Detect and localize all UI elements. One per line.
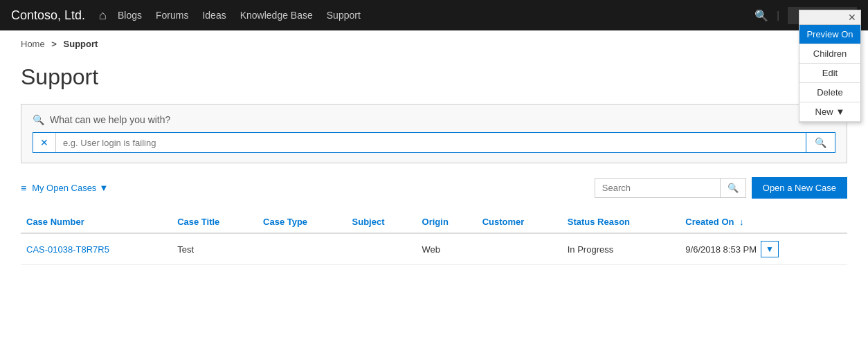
breadcrumb-home[interactable]: Home <box>21 39 45 49</box>
case-search-box: 🔍 <box>595 178 746 198</box>
my-open-cases-dropdown[interactable]: ≡ My Open Cases ▼ <box>21 183 108 194</box>
table-row: CAS-01038-T8R7R5TestWebIn Progress9/6/20… <box>21 233 847 265</box>
panel-children-button[interactable]: Children <box>799 44 860 64</box>
cell-case-number: CAS-01038-T8R7R5 <box>21 233 172 265</box>
breadcrumb: Home > Support <box>0 30 868 57</box>
panel-new-label: New <box>815 107 833 117</box>
nav-knowledge-base[interactable]: Knowledge Base <box>240 10 313 21</box>
cases-toolbar: ≡ My Open Cases ▼ 🔍 Open a New Case <box>21 177 847 199</box>
floating-panel: ✕ Preview On Children Edit Delete New ▼ <box>799 10 861 122</box>
nav-blogs[interactable]: Blogs <box>118 10 142 21</box>
help-search-bar: 🔍 What can we help you with? <box>33 114 835 125</box>
col-status-reason: Status Reason <box>562 210 680 233</box>
cases-table-header: Case Number Case Title Case Type Subject… <box>21 210 847 233</box>
cell-case-title: Test <box>172 233 257 265</box>
col-customer: Customer <box>477 210 562 233</box>
created-on-cell: 9/6/2018 8:53 PM▼ <box>685 241 842 257</box>
help-search-input-row: ✕ 🔍 <box>33 132 835 153</box>
col-case-number: Case Number <box>21 210 172 233</box>
case-number-link[interactable]: CAS-01038-T8R7R5 <box>26 244 109 255</box>
my-open-cases-label: My Open Cases <box>32 183 96 193</box>
brand-title: Contoso, Ltd. <box>11 8 85 23</box>
top-nav: Contoso, Ltd. ⌂ Blogs Forums Ideas Knowl… <box>0 0 868 30</box>
cell-case-type <box>257 233 347 265</box>
panel-new-dropdown-icon: ▼ <box>836 107 845 117</box>
help-search-container: 🔍 What can we help you with? ✕ 🔍 <box>21 104 847 163</box>
help-search-icon: 🔍 <box>33 114 44 125</box>
help-clear-button[interactable]: ✕ <box>33 133 56 152</box>
col-created-on[interactable]: Created On ↓ <box>680 210 847 233</box>
list-icon: ≡ <box>21 183 26 194</box>
panel-new-button[interactable]: New ▼ <box>799 102 860 122</box>
case-search-button[interactable]: 🔍 <box>720 179 745 197</box>
created-on-value: 9/6/2018 8:53 PM <box>685 244 757 255</box>
main-content: 🔍 What can we help you with? ✕ 🔍 ≡ My Op… <box>0 104 868 286</box>
cell-origin: Web <box>417 233 477 265</box>
cell-subject <box>347 233 417 265</box>
cell-created-on: 9/6/2018 8:53 PM▼ <box>680 233 847 265</box>
col-origin: Origin <box>417 210 477 233</box>
panel-preview-on-button[interactable]: Preview On <box>799 25 860 44</box>
col-case-title: Case Title <box>172 210 257 233</box>
floating-panel-header: ✕ <box>799 10 860 25</box>
nav-support[interactable]: Support <box>327 10 361 21</box>
col-case-type: Case Type <box>257 210 347 233</box>
cases-table-header-row: Case Number Case Title Case Type Subject… <box>21 210 847 233</box>
nav-ideas[interactable]: Ideas <box>202 10 226 21</box>
nav-search-icon[interactable]: 🔍 <box>754 9 768 22</box>
breadcrumb-separator: > <box>51 39 57 49</box>
cell-status-reason: In Progress <box>562 233 680 265</box>
cases-table-body: CAS-01038-T8R7R5TestWebIn Progress9/6/20… <box>21 233 847 265</box>
help-search-input[interactable] <box>56 134 806 152</box>
help-search-prompt: What can we help you with? <box>50 114 170 125</box>
home-icon[interactable]: ⌂ <box>99 8 107 23</box>
case-search-input[interactable] <box>595 179 720 197</box>
nav-links: Blogs Forums Ideas Knowledge Base Suppor… <box>118 10 754 21</box>
cell-customer <box>477 233 562 265</box>
panel-delete-button[interactable]: Delete <box>799 83 860 102</box>
created-on-dropdown-button[interactable]: ▼ <box>761 241 779 257</box>
cases-right: 🔍 Open a New Case <box>595 177 847 199</box>
nav-forums[interactable]: Forums <box>156 10 188 21</box>
chevron-down-icon: ▼ <box>99 183 108 193</box>
open-new-case-button[interactable]: Open a New Case <box>752 177 847 199</box>
cases-table: Case Number Case Title Case Type Subject… <box>21 210 847 265</box>
nav-divider: | <box>777 10 779 21</box>
panel-close-button[interactable]: ✕ <box>847 12 858 23</box>
help-search-button[interactable]: 🔍 <box>806 133 835 152</box>
breadcrumb-current: Support <box>64 39 98 49</box>
sort-down-icon: ↓ <box>739 217 744 227</box>
page-title: Support <box>0 57 868 104</box>
col-subject: Subject <box>347 210 417 233</box>
panel-edit-button[interactable]: Edit <box>799 64 860 83</box>
